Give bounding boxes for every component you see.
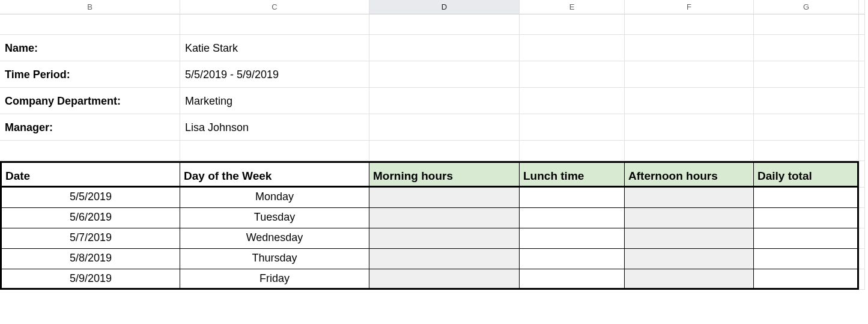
- manager-value[interactable]: Lisa Johnson: [180, 114, 369, 141]
- table-header-afternoon[interactable]: Afternoon hours: [625, 161, 754, 188]
- table-row[interactable]: 5/5/2019: [0, 188, 180, 208]
- cell[interactable]: [859, 14, 865, 35]
- column-header-c[interactable]: C: [180, 0, 369, 14]
- department-value[interactable]: Marketing: [180, 88, 369, 114]
- cell[interactable]: [520, 88, 625, 114]
- table-header-total[interactable]: Daily total: [754, 161, 859, 188]
- table-header-dow[interactable]: Day of the Week: [180, 161, 369, 188]
- cell[interactable]: [859, 61, 865, 88]
- cell[interactable]: [0, 141, 180, 161]
- cell[interactable]: [859, 269, 865, 290]
- table-row[interactable]: [369, 249, 520, 269]
- table-row[interactable]: 5/9/2019: [0, 269, 180, 290]
- cell[interactable]: [859, 88, 865, 114]
- cell[interactable]: [625, 141, 754, 161]
- table-row[interactable]: Tuesday: [180, 208, 369, 228]
- table-header-morning[interactable]: Morning hours: [369, 161, 520, 188]
- table-row[interactable]: [369, 269, 520, 290]
- cell[interactable]: [859, 228, 865, 249]
- table-row[interactable]: 5/6/2019: [0, 208, 180, 228]
- table-row[interactable]: [754, 249, 859, 269]
- table-row[interactable]: [369, 188, 520, 208]
- cell[interactable]: [625, 114, 754, 141]
- cell[interactable]: [520, 61, 625, 88]
- cell[interactable]: [859, 141, 865, 161]
- cell[interactable]: [859, 35, 865, 61]
- table-row[interactable]: [520, 228, 625, 249]
- name-label[interactable]: Name:: [0, 35, 180, 61]
- table-row[interactable]: [520, 208, 625, 228]
- table-row[interactable]: [625, 249, 754, 269]
- cell[interactable]: [859, 161, 865, 188]
- table-header-lunch[interactable]: Lunch time: [520, 161, 625, 188]
- cell[interactable]: [625, 88, 754, 114]
- column-header-f[interactable]: F: [625, 0, 754, 14]
- table-row[interactable]: [369, 208, 520, 228]
- cell[interactable]: [369, 88, 520, 114]
- cell[interactable]: [625, 14, 754, 35]
- table-row[interactable]: [625, 228, 754, 249]
- cell[interactable]: [754, 61, 859, 88]
- table-row[interactable]: [369, 228, 520, 249]
- cell[interactable]: [754, 35, 859, 61]
- spreadsheet-grid[interactable]: B C D E F G Name: Katie Stark Time Perio…: [0, 0, 868, 290]
- manager-label[interactable]: Manager:: [0, 114, 180, 141]
- table-row[interactable]: 5/8/2019: [0, 249, 180, 269]
- column-header-g[interactable]: G: [754, 0, 859, 14]
- cell[interactable]: [369, 114, 520, 141]
- name-value[interactable]: Katie Stark: [180, 35, 369, 61]
- table-header-date[interactable]: Date: [0, 161, 180, 188]
- cell[interactable]: [180, 14, 369, 35]
- cell[interactable]: [859, 114, 865, 141]
- cell[interactable]: [369, 61, 520, 88]
- column-header-edge: [859, 0, 865, 14]
- cell[interactable]: [0, 14, 180, 35]
- department-label[interactable]: Company Department:: [0, 88, 180, 114]
- cell[interactable]: [180, 141, 369, 161]
- cell[interactable]: [369, 14, 520, 35]
- table-row[interactable]: Wednesday: [180, 228, 369, 249]
- table-row[interactable]: [625, 188, 754, 208]
- cell[interactable]: [859, 249, 865, 269]
- table-row[interactable]: Monday: [180, 188, 369, 208]
- cell[interactable]: [625, 61, 754, 88]
- time-period-value[interactable]: 5/5/2019 - 5/9/2019: [180, 61, 369, 88]
- table-row[interactable]: [625, 208, 754, 228]
- cell[interactable]: [754, 114, 859, 141]
- table-row[interactable]: [520, 249, 625, 269]
- column-header-e[interactable]: E: [520, 0, 625, 14]
- table-row[interactable]: [754, 228, 859, 249]
- table-row[interactable]: [754, 269, 859, 290]
- cell[interactable]: [520, 14, 625, 35]
- cell[interactable]: [520, 114, 625, 141]
- table-row[interactable]: [520, 188, 625, 208]
- table-row[interactable]: [754, 208, 859, 228]
- table-row[interactable]: [520, 269, 625, 290]
- time-period-label[interactable]: Time Period:: [0, 61, 180, 88]
- column-header-d[interactable]: D: [369, 0, 520, 14]
- cell[interactable]: [520, 141, 625, 161]
- cell[interactable]: [369, 35, 520, 61]
- table-row[interactable]: Friday: [180, 269, 369, 290]
- cell[interactable]: [754, 14, 859, 35]
- cell[interactable]: [369, 141, 520, 161]
- column-header-b[interactable]: B: [0, 0, 180, 14]
- cell[interactable]: [625, 35, 754, 61]
- table-row[interactable]: 5/7/2019: [0, 228, 180, 249]
- cell[interactable]: [754, 141, 859, 161]
- cell[interactable]: [859, 208, 865, 228]
- table-row[interactable]: [625, 269, 754, 290]
- cell[interactable]: [754, 88, 859, 114]
- cell[interactable]: [520, 35, 625, 61]
- cell[interactable]: [859, 188, 865, 208]
- table-row[interactable]: [754, 188, 859, 208]
- table-row[interactable]: Thursday: [180, 249, 369, 269]
